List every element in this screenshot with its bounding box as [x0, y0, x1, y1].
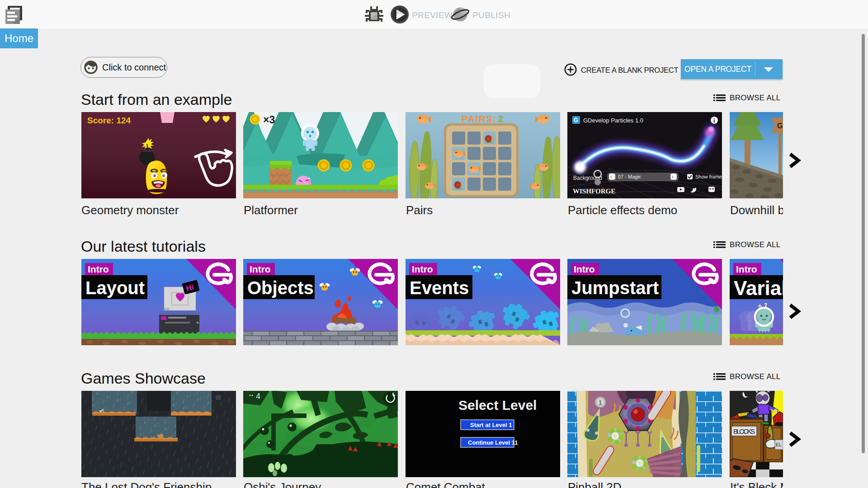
svg-text:Intro: Intro — [88, 264, 109, 274]
svg-text:Jumpstart: Jumpstart — [571, 278, 659, 298]
svg-text:Show frame: Show frame — [695, 174, 722, 179]
svg-text:G: G — [777, 122, 783, 130]
svg-text:‹: ‹ — [610, 174, 612, 179]
svg-text:G: G — [574, 117, 578, 123]
svg-text:Variab: Variab — [734, 277, 783, 299]
svg-text:GDevelop Particles 1.0: GDevelop Particles 1.0 — [583, 117, 643, 124]
svg-text:›: › — [672, 174, 673, 179]
svg-text:Intro: Intro — [412, 264, 433, 274]
svg-text:Events: Events — [410, 278, 469, 298]
svg-text:Start at Level 1: Start at Level 1 — [470, 422, 512, 428]
svg-text:Continue Level 11: Continue Level 11 — [468, 439, 518, 446]
svg-text:×3: ×3 — [263, 114, 275, 126]
svg-text:EL: EL — [776, 442, 782, 447]
svg-text:Select Level: Select Level — [458, 398, 537, 413]
svg-text:WISHFORGE: WISHFORGE — [573, 188, 615, 195]
svg-text:Intro: Intro — [574, 264, 595, 274]
svg-text:4: 4 — [256, 392, 260, 401]
svg-text:Layout: Layout — [85, 278, 145, 298]
svg-text:07 - Magic: 07 - Magic — [618, 174, 642, 179]
svg-text:Intro: Intro — [250, 264, 271, 274]
svg-text:Intro: Intro — [736, 264, 757, 274]
svg-text:1: 1 — [599, 399, 602, 406]
svg-text:BLOCKS: BLOCKS — [733, 427, 755, 435]
svg-text:2: 2 — [498, 114, 503, 124]
svg-text:PAIRS:: PAIRS: — [462, 114, 497, 124]
svg-text:Score: 124: Score: 124 — [87, 116, 131, 125]
svg-text:Objects: Objects — [247, 278, 314, 298]
